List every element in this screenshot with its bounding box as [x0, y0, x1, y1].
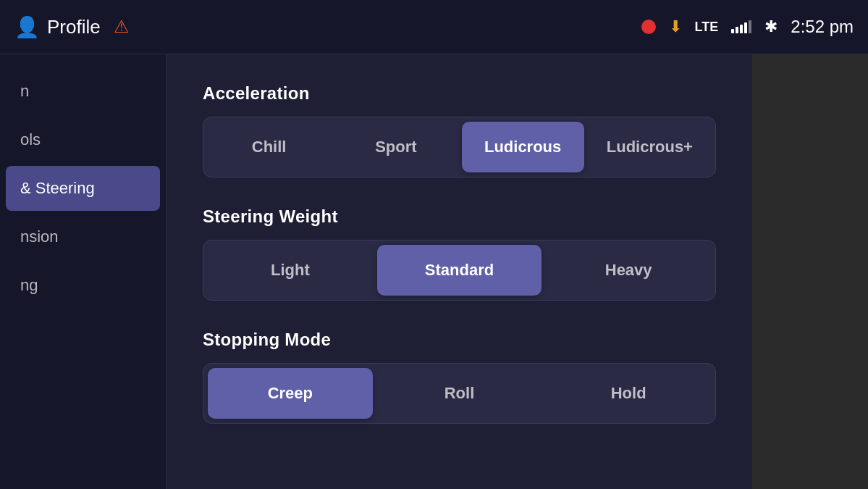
stopping-creep-button[interactable]: Creep: [208, 368, 373, 419]
acceleration-sport-button[interactable]: Sport: [334, 122, 457, 172]
warning-icon: ⚠: [114, 17, 130, 37]
steering-standard-button[interactable]: Standard: [377, 245, 542, 296]
main-layout: n ols & Steering nsion ng Acceleration C…: [0, 54, 868, 489]
sidebar-item-controls[interactable]: n: [6, 69, 160, 114]
profile-icon: 👤: [14, 15, 40, 39]
sidebar-item-ng[interactable]: ng: [6, 263, 160, 308]
steering-weight-button-group: Light Standard Heavy: [203, 240, 716, 301]
acceleration-ludicrous-button[interactable]: Ludicrous: [462, 122, 584, 172]
steering-weight-title: Steering Weight: [203, 206, 716, 227]
profile-section[interactable]: 👤 Profile ⚠: [14, 15, 130, 39]
sidebar: n ols & Steering nsion ng: [0, 54, 167, 489]
sidebar-item-ols[interactable]: ols: [6, 117, 160, 162]
stopping-hold-button[interactable]: Hold: [546, 368, 711, 419]
acceleration-button-group: Chill Sport Ludicrous Ludicrous+: [203, 117, 716, 177]
steering-light-button[interactable]: Light: [208, 245, 373, 296]
stopping-mode-button-group: Creep Roll Hold: [203, 363, 716, 424]
bluetooth-icon: ✱: [764, 17, 778, 36]
lte-indicator: LTE: [695, 20, 719, 35]
stopping-mode-section: Stopping Mode Creep Roll Hold: [203, 330, 716, 424]
acceleration-section: Acceleration Chill Sport Ludicrous Ludic…: [203, 83, 716, 177]
acceleration-ludicrous-plus-button[interactable]: Ludicrous+: [589, 122, 711, 172]
stopping-mode-title: Stopping Mode: [203, 330, 716, 350]
right-panel: [752, 54, 868, 489]
acceleration-chill-button[interactable]: Chill: [208, 122, 330, 172]
clock: 2:52 pm: [791, 17, 854, 37]
record-icon: [641, 20, 656, 34]
stopping-roll-button[interactable]: Roll: [377, 368, 542, 419]
sidebar-item-suspension[interactable]: nsion: [6, 214, 160, 259]
steering-weight-section: Steering Weight Light Standard Heavy: [203, 206, 716, 301]
status-right: ⬇ LTE ✱ 2:52 pm: [641, 17, 854, 37]
signal-bars: [731, 20, 751, 33]
steering-heavy-button[interactable]: Heavy: [546, 245, 711, 296]
acceleration-title: Acceleration: [203, 83, 716, 104]
main-content: Acceleration Chill Sport Ludicrous Ludic…: [167, 54, 752, 489]
sidebar-item-steering[interactable]: & Steering: [6, 166, 160, 211]
status-bar: 👤 Profile ⚠ ⬇ LTE ✱ 2:52 pm: [0, 0, 868, 54]
download-icon: ⬇: [669, 17, 682, 36]
profile-label: Profile: [47, 16, 101, 38]
